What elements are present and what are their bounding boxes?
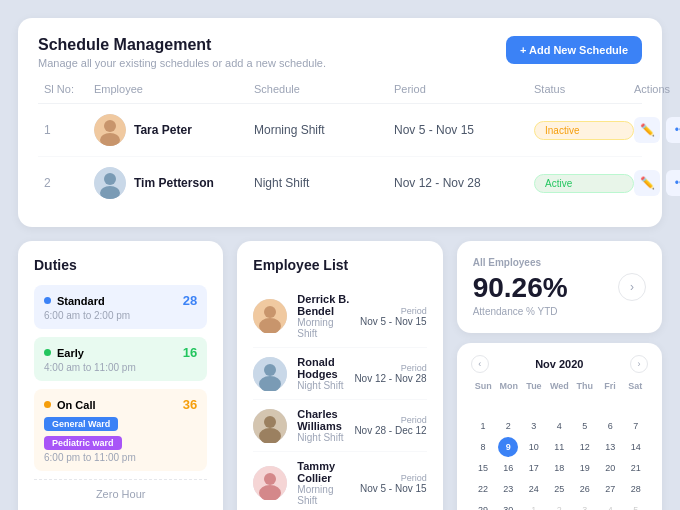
emp-list-shift: Night Shift — [297, 432, 344, 443]
svg-point-16 — [264, 473, 276, 485]
cal-cell-overflow: 3 — [575, 500, 595, 510]
duty-oncall-time: 6:00 pm to 11:00 pm — [44, 452, 197, 463]
avatar — [253, 357, 287, 391]
avatar — [253, 466, 287, 500]
cal-cell[interactable]: 27 — [600, 479, 620, 499]
status-badge: Active — [534, 174, 634, 193]
duty-early-count: 16 — [183, 345, 197, 360]
duty-standard-count: 28 — [183, 293, 197, 308]
cal-cell[interactable]: 10 — [524, 437, 544, 457]
cal-cell[interactable]: 24 — [524, 479, 544, 499]
cal-cell[interactable]: 2 — [498, 416, 518, 436]
cal-cell[interactable]: 26 — [575, 479, 595, 499]
cal-cell[interactable]: 20 — [600, 458, 620, 478]
emp-info: Derrick B. Bendel Morning Shift — [297, 293, 350, 339]
duty-dot-orange — [44, 401, 51, 408]
list-item: Derrick B. Bendel Morning Shift Period N… — [253, 285, 426, 348]
col-period: Period — [394, 83, 534, 95]
emp-info: Charles Williams Night Shift — [297, 408, 344, 443]
duty-item-early: Early 16 4:00 am to 11:00 pm — [34, 337, 207, 381]
cal-cell[interactable]: 19 — [575, 458, 595, 478]
col-status: Status — [534, 83, 634, 95]
duty-early-label: Early — [57, 347, 84, 359]
cal-cell[interactable]: 13 — [600, 437, 620, 457]
svg-point-4 — [104, 173, 116, 185]
emp-info: Tammy Collier Morning Shift — [297, 460, 350, 506]
all-employees-card: All Employees 90.26% Attendance % YTD › — [457, 241, 662, 333]
calendar-grid: 1 2 3 4 5 6 7 8 9 10 11 12 13 14 15 — [471, 395, 648, 510]
cal-cell-overflow: 5 — [626, 500, 646, 510]
cal-cell[interactable]: 4 — [549, 416, 569, 436]
employee-name: Tara Peter — [134, 123, 192, 137]
emp-list-name: Derrick B. Bendel — [297, 293, 350, 317]
list-item: Charles Williams Night Shift Period Nov … — [253, 400, 426, 452]
cal-cell[interactable]: 25 — [549, 479, 569, 499]
calendar-next-button[interactable]: › — [630, 355, 648, 373]
row-num: 2 — [44, 176, 94, 190]
cal-cell[interactable]: 11 — [549, 437, 569, 457]
avatar — [94, 114, 126, 146]
edit-icon[interactable]: ✏️ — [634, 117, 660, 143]
cal-cell[interactable]: 18 — [549, 458, 569, 478]
list-item: Ronald Hodges Night Shift Period Nov 12 … — [253, 348, 426, 400]
cal-cell[interactable]: 29 — [473, 500, 493, 510]
edit-icon[interactable]: ✏️ — [634, 170, 660, 196]
employee-list-card: Employee List Derrick B. Bendel Morning … — [237, 241, 442, 510]
cal-cell[interactable]: 15 — [473, 458, 493, 478]
cal-cell[interactable]: 16 — [498, 458, 518, 478]
svg-point-13 — [264, 416, 276, 428]
duty-early-time: 4:00 am to 11:00 pm — [44, 362, 197, 373]
cal-cell[interactable]: 23 — [498, 479, 518, 499]
cal-cell[interactable]: 12 — [575, 437, 595, 457]
actions-cell: ✏️ •• — [634, 117, 680, 143]
period-value: Nov 12 - Nov 28 — [394, 176, 534, 190]
cal-cell[interactable]: 30 — [498, 500, 518, 510]
duty-item-standard: Standard 28 6:00 am to 2:00 pm — [34, 285, 207, 329]
page-subtitle: Manage all your existing schedules or ad… — [38, 57, 326, 69]
table-row: 2 Tim Petterson Night Shift Nov 12 - Nov… — [38, 157, 642, 209]
svg-point-10 — [264, 364, 276, 376]
calendar-day-headers: Sun Mon Tue Wed Thu Fri Sat — [471, 381, 648, 391]
employee-name: Tim Petterson — [134, 176, 214, 190]
row-num: 1 — [44, 123, 94, 137]
period-label: Period — [354, 363, 426, 373]
more-icon[interactable]: •• — [666, 117, 680, 143]
emp-list-name: Tammy Collier — [297, 460, 350, 484]
duty-dot-green — [44, 349, 51, 356]
schedule-value: Morning Shift — [254, 123, 394, 137]
attendance-percentage: 90.26% — [473, 272, 568, 304]
emp-list-shift: Morning Shift — [297, 317, 350, 339]
cal-cell[interactable]: 21 — [626, 458, 646, 478]
ward-tag-general: General Ward — [44, 417, 118, 431]
actions-cell: ✏️ •• — [634, 170, 680, 196]
cal-cell[interactable]: 8 — [473, 437, 493, 457]
cal-cell[interactable]: 14 — [626, 437, 646, 457]
cal-cell[interactable]: 22 — [473, 479, 493, 499]
cal-cell-today[interactable]: 9 — [498, 437, 518, 457]
duty-standard-time: 6:00 am to 2:00 pm — [44, 310, 197, 321]
cal-cell[interactable]: 7 — [626, 416, 646, 436]
cal-cell — [473, 395, 493, 415]
cal-cell — [524, 395, 544, 415]
cal-cell[interactable]: 17 — [524, 458, 544, 478]
cal-cell[interactable]: 3 — [524, 416, 544, 436]
add-schedule-button[interactable]: + Add New Schedule — [506, 36, 642, 64]
cal-cell[interactable]: 5 — [575, 416, 595, 436]
col-actions: Actions — [634, 83, 680, 95]
duty-dot-blue — [44, 297, 51, 304]
calendar-month: Nov 2020 — [535, 358, 583, 370]
schedule-card: Schedule Management Manage all your exis… — [18, 18, 662, 227]
attendance-label: Attendance % YTD — [473, 306, 568, 317]
chevron-right-icon[interactable]: › — [618, 273, 646, 301]
more-icon[interactable]: •• — [666, 170, 680, 196]
cal-cell — [600, 395, 620, 415]
duty-standard-label: Standard — [57, 295, 105, 307]
right-column: All Employees 90.26% Attendance % YTD › … — [457, 241, 662, 510]
cal-cell — [498, 395, 518, 415]
calendar-prev-button[interactable]: ‹ — [471, 355, 489, 373]
emp-info: Ronald Hodges Night Shift — [297, 356, 344, 391]
cal-cell[interactable]: 6 — [600, 416, 620, 436]
cal-cell[interactable]: 1 — [473, 416, 493, 436]
cal-cell — [549, 395, 569, 415]
cal-cell[interactable]: 28 — [626, 479, 646, 499]
